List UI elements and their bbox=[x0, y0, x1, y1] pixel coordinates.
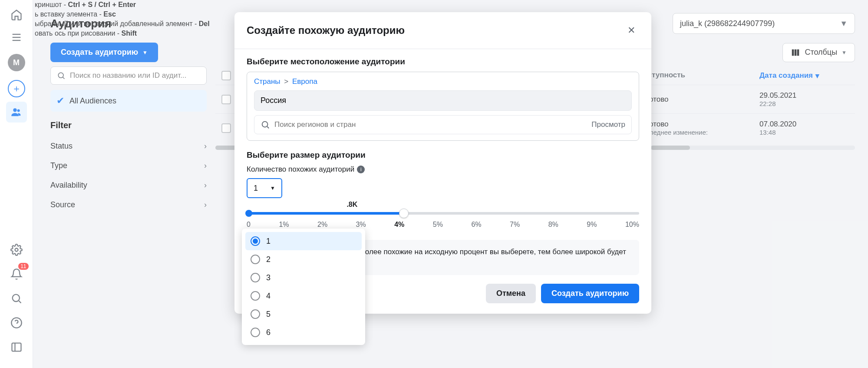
location-box: Страны > Европа Россия Просмотр bbox=[247, 72, 639, 141]
search-icon bbox=[261, 120, 270, 129]
info-icon[interactable]: i bbox=[357, 166, 365, 173]
count-select[interactable]: 1 ▼ bbox=[247, 178, 282, 198]
slider-ticks: 0 1% 2% 3% 4% 5% 6% 7% 8% 9% 10% bbox=[247, 221, 639, 229]
radio-icon bbox=[251, 236, 260, 246]
region-search-input[interactable] bbox=[274, 120, 587, 129]
breadcrumb: Страны > Европа bbox=[254, 77, 632, 86]
breadcrumb-europe[interactable]: Европа bbox=[292, 77, 317, 86]
slider-fill bbox=[247, 212, 404, 215]
region-search-row: Просмотр bbox=[254, 115, 632, 134]
slider-thumb[interactable] bbox=[399, 209, 409, 218]
radio-icon bbox=[251, 291, 260, 301]
radio-icon bbox=[251, 273, 260, 282]
count-value: 1 bbox=[254, 184, 258, 193]
dropdown-option-3[interactable]: 3 bbox=[245, 269, 362, 287]
dropdown-option-2[interactable]: 2 bbox=[245, 250, 362, 269]
dropdown-option-6[interactable]: 6 bbox=[245, 323, 362, 341]
modal-title: Создайте похожую аудиторию bbox=[247, 24, 405, 36]
create-button[interactable]: Создать аудиторию bbox=[541, 284, 639, 303]
size-section-title: Выберите размер аудитории bbox=[247, 150, 639, 160]
chevron-down-icon: ▼ bbox=[270, 185, 275, 191]
count-dropdown: 1 2 3 4 5 6 bbox=[242, 229, 365, 345]
svg-point-17 bbox=[262, 122, 268, 127]
svg-line-18 bbox=[267, 126, 269, 128]
location-section-title: Выберите местоположение аудитории bbox=[247, 57, 639, 66]
breadcrumb-countries[interactable]: Страны bbox=[254, 77, 281, 86]
cancel-button[interactable]: Отмена bbox=[486, 284, 536, 303]
dropdown-option-1[interactable]: 1 bbox=[245, 232, 362, 250]
selected-country-chip[interactable]: Россия bbox=[254, 90, 632, 111]
view-button[interactable]: Просмотр bbox=[591, 120, 625, 129]
radio-icon bbox=[251, 255, 260, 264]
slider-top-label: .8K bbox=[347, 201, 357, 209]
audience-size-slider[interactable]: .8K 0 1% 2% 3% 4% 5% 6% 7% 8% 9% 10% bbox=[247, 212, 639, 229]
close-icon[interactable]: ✕ bbox=[624, 23, 639, 38]
radio-icon bbox=[251, 328, 260, 337]
radio-icon bbox=[251, 309, 260, 319]
count-label: Количество похожих аудиторий i bbox=[247, 165, 639, 174]
breadcrumb-sep: > bbox=[284, 77, 288, 86]
dropdown-option-5[interactable]: 5 bbox=[245, 305, 362, 323]
dropdown-option-4[interactable]: 4 bbox=[245, 287, 362, 305]
